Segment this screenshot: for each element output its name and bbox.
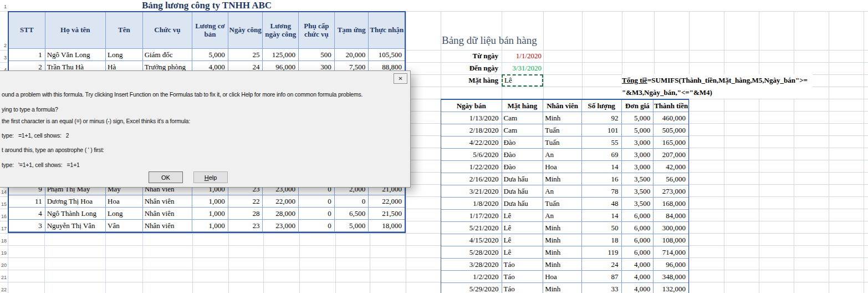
filter-value[interactable]: 3/31/2020 — [502, 62, 543, 74]
cell[interactable]: 3/21/2020 — [441, 185, 502, 198]
cell[interactable]: 69 — [582, 149, 622, 161]
cell[interactable]: 5/28/2020 — [441, 246, 502, 259]
cell[interactable]: 1/8/2020 — [441, 198, 502, 210]
cell[interactable]: 18 — [582, 234, 622, 246]
cell[interactable]: 207,000 — [653, 149, 688, 161]
cell[interactable]: Hoa — [106, 195, 143, 208]
cell[interactable]: 1/2/2020 — [441, 271, 502, 283]
help-button[interactable]: Help — [193, 171, 228, 183]
cell[interactable]: Vân — [106, 220, 143, 232]
cell[interactable]: 4,000 — [622, 283, 654, 293]
cell[interactable]: 6,000 — [622, 222, 654, 234]
cell[interactable]: Minh — [543, 173, 582, 185]
cell[interactable]: 108,000 — [653, 234, 688, 246]
cell[interactable]: 3,500 — [622, 173, 654, 185]
cell[interactable]: Long — [106, 208, 143, 220]
cell[interactable]: 348,000 — [653, 271, 688, 283]
cell[interactable]: Long — [106, 49, 143, 61]
cell[interactable]: 20,000 — [335, 49, 369, 61]
cell[interactable]: Minh — [543, 283, 582, 293]
cell[interactable]: 0 — [335, 195, 369, 208]
cell[interactable]: 5,000 — [335, 220, 369, 232]
cell[interactable]: 3,500 — [622, 185, 654, 198]
column-header[interactable]: Nhân viên — [543, 100, 582, 112]
cell[interactable]: 3 — [9, 220, 45, 232]
cell[interactable]: 1/17/2020 — [441, 210, 502, 222]
cell[interactable]: 84,000 — [653, 210, 688, 222]
ok-button[interactable]: OK — [149, 171, 183, 183]
row-header-19[interactable]: 19 — [0, 245, 8, 257]
row-header-18[interactable]: 18 — [0, 233, 8, 245]
row-header-22[interactable]: 22 — [0, 282, 8, 293]
column-header[interactable]: Thành tiền — [653, 100, 688, 112]
cell[interactable]: Minh — [543, 112, 582, 124]
cell[interactable]: 25 — [228, 49, 263, 61]
cell[interactable]: Táo — [502, 259, 544, 271]
cell[interactable]: 4/22/2020 — [441, 137, 502, 149]
cell[interactable]: 1/13/2020 — [441, 112, 502, 124]
cell[interactable]: Nhân viên — [143, 220, 192, 232]
cell[interactable]: 125,000 — [263, 49, 299, 61]
cell[interactable]: Táo — [502, 271, 544, 283]
cell[interactable]: Đào — [502, 161, 544, 173]
cell[interactable]: Ngô Thành Long — [45, 208, 106, 220]
cell[interactable]: 16 — [582, 173, 622, 185]
column-header[interactable]: Đơn giá — [622, 100, 654, 112]
cell[interactable]: 28,000 — [263, 208, 299, 220]
cell[interactable]: Nhân viên — [143, 208, 192, 220]
selected-cell[interactable]: Lê — [502, 74, 543, 87]
column-header[interactable]: Số lượng — [582, 100, 622, 112]
cell[interactable]: Lê — [502, 234, 544, 246]
column-header[interactable]: Họ và tên — [45, 12, 106, 49]
cell[interactable]: 18,000 — [369, 220, 405, 232]
column-header[interactable]: Chức vụ — [143, 12, 193, 49]
cell[interactable]: 3,000 — [622, 149, 654, 161]
cell[interactable]: 1,000 — [192, 195, 228, 208]
cell[interactable]: 6,500 — [335, 208, 369, 220]
cell[interactable]: Minh — [543, 222, 582, 234]
column-header[interactable]: STT — [9, 12, 45, 49]
cell[interactable]: 119 — [582, 246, 622, 259]
cell[interactable]: Lê — [502, 222, 544, 234]
cell[interactable]: Lê — [502, 246, 544, 259]
column-header[interactable]: Mặt hàng — [502, 100, 544, 112]
cell[interactable]: 56,000 — [653, 173, 688, 185]
cell[interactable]: Minh — [543, 259, 582, 271]
cell[interactable]: Minh — [543, 246, 582, 259]
cell[interactable]: Tuấn — [543, 137, 582, 149]
cell[interactable]: 505,000 — [653, 124, 688, 137]
row-header-17[interactable]: 17 — [0, 221, 8, 233]
cell[interactable]: 14 — [582, 161, 622, 173]
cell[interactable]: 1/22/2020 — [441, 161, 502, 173]
cell[interactable]: 0 — [299, 220, 335, 232]
cell[interactable]: 6,000 — [622, 234, 654, 246]
row-header-3[interactable]: 3 — [0, 50, 8, 62]
filter-value[interactable]: 1/1/2020 — [502, 50, 543, 62]
cell[interactable]: 22 — [228, 195, 263, 208]
cell[interactable]: Lê — [502, 210, 544, 222]
cell[interactable]: 1,000 — [192, 208, 228, 220]
cell[interactable]: 23,000 — [263, 220, 299, 232]
cell[interactable]: 22,000 — [369, 195, 405, 208]
cell[interactable]: 50 — [582, 222, 622, 234]
cell[interactable]: 0 — [299, 195, 335, 208]
cell[interactable]: 5/21/2020 — [441, 222, 502, 234]
cell[interactable]: 55 — [582, 137, 622, 149]
cell[interactable]: Dưa hấu — [502, 198, 544, 210]
cell[interactable]: 1 — [9, 49, 45, 61]
cell[interactable]: 11 — [9, 195, 45, 208]
cell[interactable]: An — [543, 185, 582, 198]
cell[interactable]: 4/15/2020 — [441, 234, 502, 246]
cell[interactable]: 168,000 — [653, 198, 688, 210]
column-header[interactable]: Phụ cấp chức vụ — [299, 12, 335, 49]
cell[interactable]: 22,000 — [263, 195, 299, 208]
cell[interactable]: 48 — [582, 198, 622, 210]
cell[interactable]: Dương Thị Hoa — [45, 195, 106, 208]
cell[interactable]: Tuấn — [543, 198, 582, 210]
cell[interactable]: 3/28/2020 — [441, 259, 502, 271]
row-header-16[interactable]: 16 — [0, 209, 8, 221]
cell[interactable]: 5,000 — [192, 49, 228, 61]
cell[interactable]: 4 — [9, 208, 45, 220]
column-header[interactable]: Thực nhận — [369, 12, 405, 49]
cell[interactable]: An — [543, 149, 582, 161]
